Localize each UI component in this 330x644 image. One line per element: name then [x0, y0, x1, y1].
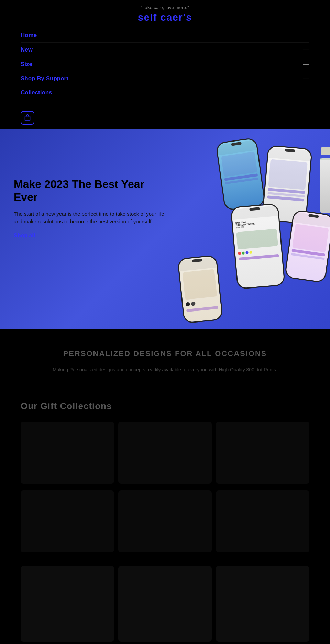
hero-text-block: Make 2023 The Best Year Ever The start o… — [14, 178, 165, 239]
cart-button[interactable] — [21, 111, 34, 125]
collection-card-6[interactable] — [216, 490, 309, 552]
collection-grid-row2 — [21, 490, 309, 552]
top-bar: "Take care, love more." self caer's — [0, 0, 330, 25]
nav-item-home[interactable]: Home — [21, 29, 309, 43]
collection-grid-row1 — [21, 422, 309, 484]
phone-mockup-5 — [177, 255, 223, 324]
nav-label-size: Size — [21, 61, 32, 68]
collections-title: Our Gift Collections — [21, 401, 309, 411]
collection-card-5[interactable] — [118, 490, 212, 552]
collections-section: Our Gift Collections — [0, 387, 330, 566]
collection-card-1[interactable] — [21, 422, 114, 484]
nav-label-new: New — [21, 46, 33, 53]
nav-label-home: Home — [21, 32, 37, 39]
nav-item-size[interactable]: Size — — [21, 57, 309, 71]
nav-item-new[interactable]: New — — [21, 43, 309, 57]
tagline: "Take care, love more." — [0, 5, 330, 10]
product-grid — [0, 566, 330, 644]
phone-mockup-1 — [216, 137, 266, 211]
hero-title: Make 2023 The Best Year Ever — [14, 178, 165, 204]
phone-mockup-3: CUSTOMBIRKENSTOCKSfrom $99 — [230, 203, 285, 289]
phone-mockups: CUSTOMBIRKENSTOCKSfrom $99 — [158, 136, 330, 329]
bottle-mockup — [316, 147, 330, 215]
nav-item-shop-by-support[interactable]: Shop By Support — — [21, 71, 309, 86]
chevron-right-icon: — — [303, 46, 309, 53]
chevron-right-icon: — — [303, 60, 309, 68]
nav-label-collections: Collections — [21, 89, 52, 96]
cart-icon-wrap — [0, 106, 330, 129]
nav-item-collections[interactable]: Collections — [21, 86, 309, 100]
collection-card-4[interactable] — [21, 490, 114, 552]
product-card-1[interactable] — [21, 566, 114, 642]
chevron-right-icon: — — [303, 75, 309, 82]
nav-label-shop-by-support: Shop By Support — [21, 75, 68, 82]
shop-all-link[interactable]: Shop all — [14, 233, 35, 238]
shopping-bag-icon — [24, 114, 31, 122]
brand-name: self caer's — [0, 12, 330, 23]
product-card-3[interactable] — [216, 566, 309, 642]
svg-rect-0 — [25, 116, 30, 121]
product-card-2[interactable] — [118, 566, 212, 642]
hero-section: CUSTOMBIRKENSTOCKSfrom $99 — [0, 129, 330, 329]
hero-description: The start of a new year is the perfect t… — [14, 210, 165, 226]
personalized-section: Personalized designs for all occasions M… — [0, 329, 330, 387]
personalized-title: Personalized designs for all occasions — [21, 349, 309, 358]
personalized-description: Making Personalized designs and concepts… — [48, 366, 282, 373]
collection-card-3[interactable] — [216, 422, 309, 484]
navigation: Home New — Size — Shop By Support — Coll… — [0, 25, 330, 106]
collection-card-2[interactable] — [118, 422, 212, 484]
